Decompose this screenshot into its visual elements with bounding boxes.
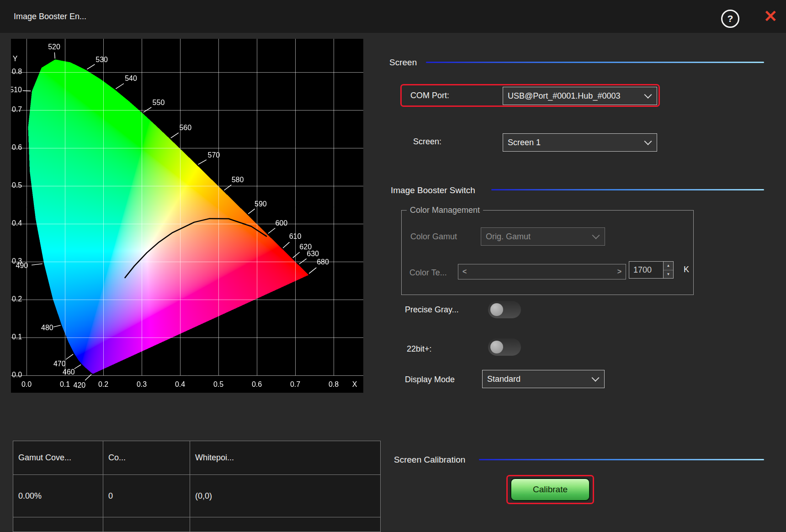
- spinner-up-icon[interactable]: ▲: [664, 262, 673, 270]
- bit22-label: 22bit+:: [407, 344, 432, 354]
- precise-gray-label: Precise Gray...: [405, 305, 459, 315]
- table-header-whitepoint: Whitepoi...: [190, 441, 380, 475]
- com-port-select[interactable]: USB@Port_#0001.Hub_#0003: [503, 87, 657, 105]
- toggle-knob: [490, 341, 503, 353]
- spinner-down-icon[interactable]: ▼: [664, 270, 673, 279]
- close-icon: ✕: [764, 7, 777, 26]
- color-temp-slider[interactable]: < >: [458, 264, 626, 279]
- color-management-groupbox: [401, 210, 694, 295]
- results-table: Gamut Cove... Co... Whitepoi... 0.00% 0 …: [13, 441, 381, 532]
- table-cell-empty: [103, 517, 190, 532]
- toggle-knob: [490, 303, 503, 316]
- bit22-toggle[interactable]: [488, 338, 521, 356]
- chevron-down-icon: [592, 374, 600, 382]
- cie-chromaticity-canvas: [11, 39, 363, 393]
- slider-right-arrow-icon[interactable]: >: [617, 268, 621, 275]
- chevron-down-icon: [592, 232, 600, 239]
- table-header-contrast: Co...: [103, 441, 190, 475]
- chevron-down-icon: [644, 91, 652, 99]
- slider-left-arrow-icon[interactable]: <: [462, 268, 467, 275]
- screen-section-title: Screen: [389, 57, 417, 68]
- com-port-value: USB@Port_#0001.Hub_#0003: [508, 91, 620, 101]
- booster-section-title: Image Booster Switch: [391, 185, 475, 196]
- calibrate-button[interactable]: Calibrate: [511, 479, 590, 500]
- calibration-section-title: Screen Calibration: [394, 454, 465, 465]
- window-title: Image Booster En...: [14, 0, 86, 33]
- precise-gray-toggle[interactable]: [488, 301, 521, 318]
- color-temp-spinner[interactable]: ▲ ▼: [664, 261, 674, 279]
- display-mode-select[interactable]: Standard: [482, 370, 605, 388]
- color-temp-label: Color Te...: [409, 268, 447, 278]
- help-button[interactable]: ?: [721, 10, 739, 28]
- kelvin-unit-label: K: [684, 264, 689, 274]
- color-management-legend: Color Management: [407, 205, 483, 215]
- color-temp-stepper[interactable]: 1700 ▲ ▼: [629, 261, 674, 279]
- help-icon: ?: [728, 13, 733, 24]
- table-cell-empty: [13, 517, 103, 532]
- calibration-section-divider: [479, 459, 764, 460]
- close-button[interactable]: ✕: [759, 5, 781, 27]
- color-gamut-select[interactable]: Orig. Gamut: [481, 227, 605, 246]
- booster-section-divider: [491, 189, 764, 190]
- color-gamut-value: Orig. Gamut: [486, 232, 531, 242]
- chevron-down-icon: [644, 137, 652, 145]
- table-cell-contrast: 0: [103, 475, 190, 517]
- table-cell-gamut-coverage: 0.00%: [13, 475, 103, 517]
- table-cell-whitepoint: (0,0): [190, 475, 380, 517]
- color-temp-input[interactable]: 1700: [629, 261, 664, 279]
- color-gamut-label: Color Gamut: [410, 232, 457, 242]
- title-bar: Image Booster En... ? ✕: [0, 0, 786, 33]
- screen-value: Screen 1: [508, 138, 541, 147]
- com-port-label: COM Port:: [410, 90, 449, 100]
- screen-section-divider: [426, 62, 764, 63]
- display-mode-value: Standard: [487, 374, 520, 384]
- screen-label: Screen:: [413, 137, 441, 147]
- display-mode-label: Display Mode: [405, 374, 455, 385]
- table-header-gamut-coverage: Gamut Cove...: [13, 441, 103, 475]
- table-cell-empty: [190, 517, 380, 532]
- chromaticity-chart-panel: [11, 39, 363, 393]
- screen-select[interactable]: Screen 1: [503, 133, 657, 152]
